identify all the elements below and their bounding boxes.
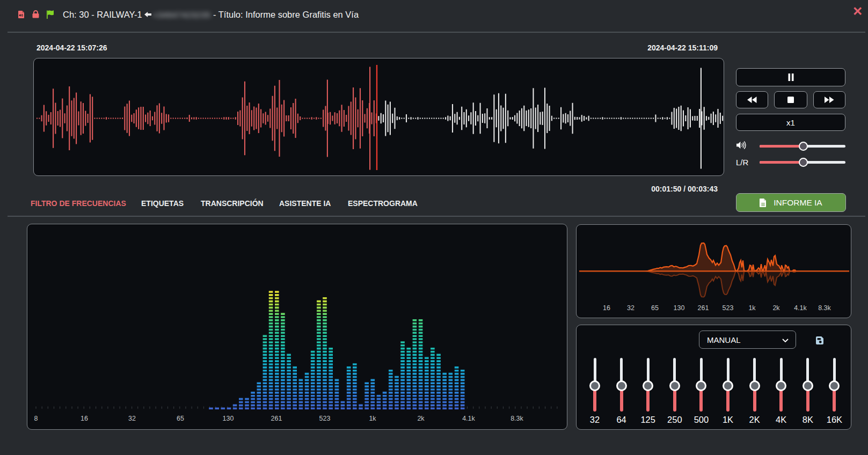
svg-text:65: 65 xyxy=(651,304,659,312)
svg-text:16: 16 xyxy=(81,415,88,422)
svg-text:130: 130 xyxy=(674,304,685,312)
svg-text:65: 65 xyxy=(177,415,184,422)
svg-text:130: 130 xyxy=(223,415,234,422)
svg-text:32: 32 xyxy=(128,415,136,422)
svg-text:4.1k: 4.1k xyxy=(462,415,475,422)
svg-text:8.3k: 8.3k xyxy=(818,304,831,312)
svg-text:2k: 2k xyxy=(417,415,425,422)
svg-text:261: 261 xyxy=(271,415,282,422)
svg-text:261: 261 xyxy=(698,304,709,312)
svg-text:2k: 2k xyxy=(772,304,780,312)
svg-text:1k: 1k xyxy=(748,304,756,312)
svg-text:16: 16 xyxy=(603,304,610,312)
svg-text:8.3k: 8.3k xyxy=(510,415,523,422)
svg-text:1k: 1k xyxy=(369,415,376,422)
svg-text:8: 8 xyxy=(34,415,38,422)
svg-text:523: 523 xyxy=(319,415,331,422)
svg-text:4.1k: 4.1k xyxy=(794,304,807,312)
svg-text:523: 523 xyxy=(723,304,734,312)
svg-text:32: 32 xyxy=(627,304,634,312)
